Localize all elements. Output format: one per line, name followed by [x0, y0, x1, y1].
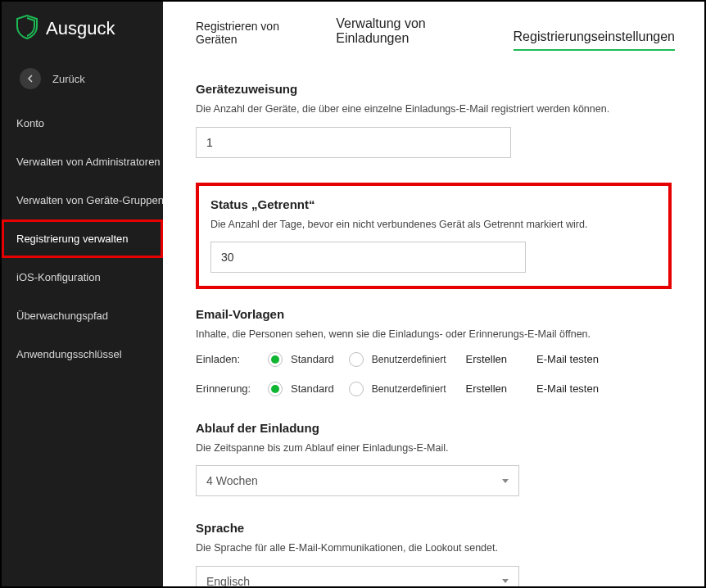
sidebar-item-ios-config[interactable]: iOS-Konfiguration — [2, 258, 163, 296]
reminder-template-row: Erinnerung: Standard Benutzerdefiniert E… — [196, 382, 672, 396]
reminder-create-link[interactable]: Erstellen — [466, 382, 508, 395]
disconnected-days-input[interactable] — [210, 242, 526, 273]
sidebar-item-account[interactable]: Konto — [2, 104, 163, 142]
sidebar-item-audit[interactable]: Überwachungspfad — [2, 296, 163, 335]
section-desc: Inhalte, die Personen sehen, wenn sie di… — [196, 328, 672, 342]
reminder-standard-radio[interactable] — [268, 382, 283, 396]
sidebar-item-admins[interactable]: Verwalten von Administratoren — [2, 142, 163, 181]
section-desc: Die Zeitspanne bis zum Ablauf einer Einl… — [196, 441, 672, 456]
row-label: Erinnerung: — [196, 382, 260, 395]
invite-standard-radio[interactable] — [268, 352, 283, 367]
chevron-down-icon — [502, 479, 509, 483]
invite-template-row: Einladen: Standard Benutzerdefiniert Ers… — [196, 352, 672, 367]
expiry-select[interactable]: 4 Wochen — [196, 465, 519, 496]
sidebar-item-app-keys[interactable]: Anwendungsschlüssel — [2, 335, 163, 373]
brand: Ausguck — [2, 2, 163, 58]
select-value: 4 Wochen — [206, 474, 258, 487]
section-desc: Die Sprache für alle E-Mail-Kommunikatio… — [196, 541, 672, 556]
section-title: Email-Vorlagen — [196, 307, 672, 321]
section-title: Ablauf der Einladung — [196, 421, 672, 435]
section-invite-expiry: Ablauf der Einladung Die Zeitspanne bis … — [196, 421, 672, 497]
brand-title: Ausguck — [46, 18, 115, 39]
section-title: Gerätezuweisung — [196, 82, 672, 96]
radio-label: Standard — [291, 353, 334, 365]
select-value: Englisch — [206, 575, 250, 587]
chevron-left-icon — [20, 68, 41, 89]
sidebar-item-device-groups[interactable]: Verwalten von Geräte-Gruppen — [2, 181, 163, 219]
chevron-down-icon — [502, 579, 509, 583]
section-device-assignment: Gerätezuweisung Die Anzahl der Geräte, d… — [196, 82, 672, 158]
tab-register-devices[interactable]: Registrieren von Geräten — [196, 20, 319, 51]
invite-custom-radio[interactable] — [349, 352, 364, 367]
reminder-custom-radio[interactable] — [349, 382, 364, 396]
section-language: Sprache Die Sprache für alle E-Mail-Komm… — [196, 521, 672, 586]
section-title: Status „Getrennt“ — [210, 197, 657, 211]
section-title: Sprache — [196, 521, 672, 535]
shield-icon — [16, 15, 38, 42]
main-panel: Registrieren von Geräten Verwaltung von … — [163, 2, 704, 586]
reminder-test-link[interactable]: E-Mail testen — [536, 382, 599, 395]
radio-label: Benutzerdefiniert — [372, 383, 446, 395]
section-desc: Die Anzahl der Tage, bevor ein nicht ver… — [210, 218, 657, 233]
device-count-input[interactable] — [196, 127, 511, 158]
sidebar: Ausguck Zurück Konto Verwalten von Admin… — [2, 2, 163, 586]
radio-label: Standard — [291, 382, 334, 395]
tab-enrollment-settings[interactable]: Registrierungseinstellungen — [514, 29, 675, 51]
tab-manage-invites[interactable]: Verwaltung von Einladungen — [336, 16, 496, 51]
section-desc: Die Anzahl der Geräte, die über eine ein… — [196, 102, 672, 117]
section-disconnected-status: Status „Getrennt“ Die Anzahl der Tage, b… — [196, 183, 672, 290]
sidebar-item-enrollment[interactable]: Registrierung verwalten — [2, 219, 163, 258]
row-label: Einladen: — [196, 353, 260, 365]
invite-test-link[interactable]: E-Mail testen — [536, 353, 599, 365]
tabs: Registrieren von Geräten Verwaltung von … — [163, 2, 704, 59]
radio-label: Benutzerdefiniert — [372, 354, 446, 365]
back-label: Zurück — [52, 73, 85, 85]
invite-create-link[interactable]: Erstellen — [466, 353, 508, 365]
section-email-templates: Email-Vorlagen Inhalte, die Personen seh… — [196, 307, 672, 396]
language-select[interactable]: Englisch — [196, 566, 519, 587]
back-button[interactable]: Zurück — [2, 58, 163, 104]
